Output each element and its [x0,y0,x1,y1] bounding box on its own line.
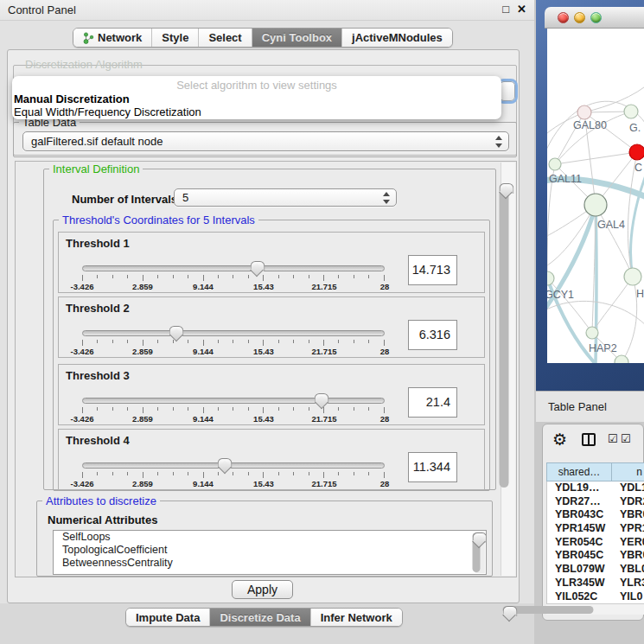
tab-cyni-toolbox[interactable]: Cyni Toolbox [252,29,342,47]
tick-mark [323,340,324,346]
cell-name[interactable]: YBR0 [620,549,644,563]
column-header-name[interactable]: n [612,462,644,481]
slider-track[interactable] [82,330,385,336]
tick-label: 9.144 [193,282,214,291]
cell-shared-name[interactable]: YBL079W [547,563,620,577]
tab-network[interactable]: Network [73,29,152,47]
tab-impute-data[interactable]: Impute Data [126,609,210,626]
table-row[interactable]: YPR145WYPR1 [547,522,644,536]
threshold-4-slider[interactable]: -3.4262.8599.14415.4321.71528 [82,462,385,488]
dropdown-option-equal-width-frequency[interactable]: Equal Width/Frequency Discretization [14,105,201,118]
tick-label: 9.144 [193,414,214,424]
threshold-2-slider[interactable]: -3.4262.8599.14415.4321.71528 [82,330,385,356]
slider-thumb[interactable] [251,261,264,276]
network-node[interactable] [577,105,591,119]
cell-name[interactable]: YDR2 [620,495,644,509]
apply-button[interactable]: Apply [232,580,293,599]
threshold-4-value-field[interactable]: 11.344 [408,452,457,482]
attribute-item[interactable]: SelfLoops [54,531,486,544]
attributes-group: Attributes to discretize Numerical Attri… [36,501,493,577]
cell-name[interactable]: YIL0 [620,590,644,604]
table-row[interactable]: YBL079WYBL0 [547,563,644,577]
table-row[interactable]: YDR27…YDR2 [547,495,644,509]
cell-name[interactable]: YPR1 [620,522,644,536]
threshold-3-value-field[interactable]: 21.4 [408,387,457,418]
close-window-icon[interactable]: ✕ [517,3,526,16]
cell-shared-name[interactable]: YER054C [547,536,620,550]
slider-thumb[interactable] [169,326,182,341]
cell-shared-name[interactable]: YLR345W [547,577,620,590]
float-window-icon[interactable]: □ [502,3,509,16]
table-rows[interactable]: YDL19…YDL1YDR27…YDR2YBR043CYBR0YPR145WYP… [546,481,644,603]
slider-track[interactable] [82,398,385,404]
tab-discretize-data[interactable]: Discretize Data [210,609,310,626]
cell-shared-name[interactable]: YIL052C [547,590,620,604]
tick-mark [203,275,204,281]
tick-label: 28 [380,414,390,424]
threshold-1-slider[interactable]: -3.4262.8599.14415.4321.71528 [82,265,385,291]
table-data-combobox[interactable]: galFiltered.sif default node [22,131,509,151]
cell-shared-name[interactable]: YPR145W [547,522,620,536]
column-header-shared-name[interactable]: shared… [546,462,612,481]
tab-jactivemnodules[interactable]: jActiveMNodules [342,29,452,47]
cell-shared-name[interactable]: YBR043C [547,508,620,522]
network-node[interactable] [584,194,607,216]
zoom-traffic-light-icon[interactable] [590,12,602,23]
network-node[interactable] [629,144,644,160]
cell-shared-name[interactable]: YBR045C [547,549,620,563]
network-node[interactable] [547,271,554,285]
network-node[interactable] [624,105,638,118]
tab-select[interactable]: Select [199,29,252,47]
network-node[interactable] [586,327,598,339]
attributes-list-scrollbar[interactable] [475,532,485,573]
cell-name[interactable]: YDL1 [620,481,644,495]
threshold-2-value-field[interactable]: 6.316 [408,320,457,350]
cell-name[interactable]: YER0 [620,536,644,550]
checkbox-select-all-icon[interactable]: ☑ [608,432,618,445]
slider-track[interactable] [82,265,385,271]
scrollbar-thumb[interactable] [503,606,594,614]
columns-icon[interactable] [582,433,596,446]
threshold-1-value-field[interactable]: 14.713 [408,255,457,285]
close-traffic-light-icon[interactable] [558,12,569,23]
tick-mark [82,407,83,413]
table-row[interactable]: YER054CYER0 [547,536,644,550]
cell-shared-name[interactable]: YDL19… [547,481,620,495]
table-row[interactable]: YIL052CYIL0 [547,590,644,604]
table-row[interactable]: YBR045CYBR0 [547,549,644,563]
numerical-attributes-label: Numerical Attributes [48,513,157,526]
slider-thumb[interactable] [218,458,231,473]
table-row[interactable]: YLR345WYLR3 [547,577,644,590]
cell-name[interactable]: YLR3 [620,577,644,590]
network-node[interactable] [624,268,641,285]
scrollbar-thumb[interactable] [473,532,481,572]
network-node[interactable] [615,355,628,363]
table-row[interactable]: YBR043CYBR0 [547,508,644,522]
numerical-attributes-list[interactable]: SelfLoopsTopologicalCoefficientBetweenne… [53,530,487,575]
settings-vertical-scrollbar[interactable] [501,163,515,576]
checkbox-select-none-icon[interactable]: ☑ [621,432,631,445]
network-canvas[interactable]: GAL80G.GAL11GAL4CGCY1HHAP2 [547,29,644,363]
tick-mark [188,472,188,475]
table-horizontal-scrollbar[interactable] [546,603,644,615]
scrollbar-thumb[interactable] [500,183,509,488]
minimize-traffic-light-icon[interactable] [574,12,585,23]
number-of-intervals-combobox[interactable]: 5 [174,188,397,207]
tick-label: 2.859 [132,347,153,356]
attribute-item[interactable]: BetweennessCentrality [54,557,486,570]
tab-infer-network[interactable]: Infer Network [311,609,402,626]
cell-shared-name[interactable]: YDR27… [547,495,620,509]
cell-name[interactable]: YBR0 [620,508,644,522]
network-graph[interactable]: GAL80G.GAL11GAL4CGCY1HHAP2 [547,29,644,363]
attribute-item[interactable]: TopologicalCoefficient [54,544,486,557]
gear-icon[interactable]: ⚙ [552,430,567,450]
dropdown-option-manual-discretization[interactable]: Manual Discretization [14,92,130,105]
slider-thumb[interactable] [315,393,328,408]
tab-style[interactable]: Style [152,29,199,47]
cell-name[interactable]: YBL0 [620,563,644,577]
table-row[interactable]: YDL19…YDL1 [547,481,644,495]
tick-mark [338,407,339,411]
threshold-3-slider[interactable]: -3.4262.8599.14415.4321.71528 [82,398,385,424]
slider-track[interactable] [82,462,385,469]
network-node[interactable] [549,158,561,170]
